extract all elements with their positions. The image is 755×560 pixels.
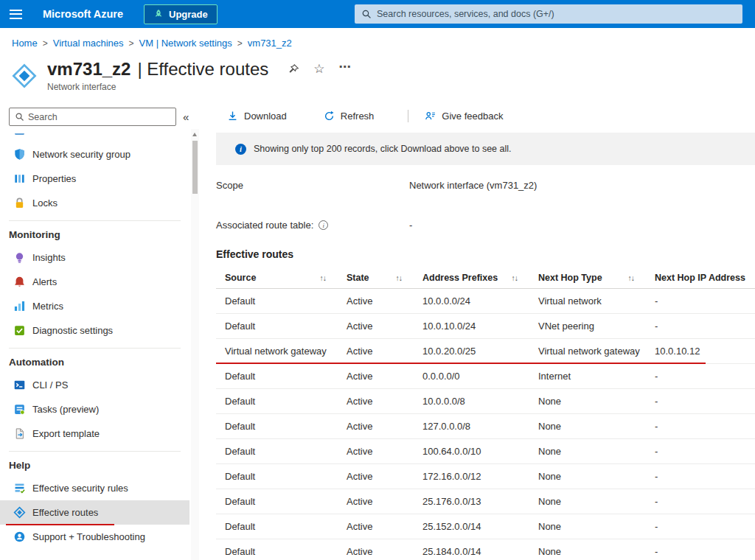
more-options-button[interactable]: ⋯ (339, 60, 352, 74)
cell-next-hop-ip-address: - (646, 446, 755, 457)
sidebar-scrollbar-thumb[interactable] (192, 141, 198, 194)
cli-icon (13, 379, 26, 391)
sort-icon[interactable]: ↑↓ (628, 273, 635, 282)
sidebar-item-export-template[interactable]: Export template (0, 421, 189, 446)
search-icon (15, 112, 24, 122)
sidebar-item-label: Locks (32, 197, 58, 209)
cell-next-hop-type: None (529, 396, 646, 407)
cell-next-hop-type: None (529, 471, 646, 482)
cell-state: Active (338, 346, 414, 357)
column-header-state[interactable]: State↑↓ (338, 273, 414, 283)
sidebar-item-label: Effective security rules (32, 483, 128, 494)
sidebar-item-alerts[interactable]: Alerts (0, 270, 189, 294)
column-header-label: Source (225, 273, 256, 283)
breadcrumb-link-vm-network-settings[interactable]: VM | Network settings (139, 38, 232, 49)
toolbar-divider (408, 110, 408, 122)
sidebar-item-label: Properties (32, 173, 76, 184)
breadcrumb-link-home[interactable]: Home (12, 38, 38, 49)
cell-address-prefixes: 0.0.0.0/0 (414, 371, 529, 382)
favorite-star-icon[interactable]: ☆ (313, 63, 324, 75)
sidebar-item-support-troubleshooting[interactable]: Support + Troubleshooting (0, 525, 189, 549)
diagnostics-icon (13, 324, 26, 337)
breadcrumb-link-vm731-z2[interactable]: vm731_z2 (248, 38, 292, 49)
sidebar-item-dns-servers[interactable]: DNS servers (0, 133, 189, 142)
cell-state: Active (338, 471, 414, 482)
table-row: DefaultActive25.176.0.0/13None- (216, 489, 755, 514)
cell-source: Default (216, 521, 338, 532)
sidebar-item-locks[interactable]: Locks (0, 191, 189, 215)
cell-address-prefixes: 100.64.0.0/10 (414, 446, 529, 457)
sidebar-search[interactable] (9, 108, 176, 126)
info-tooltip-icon[interactable]: i (319, 220, 328, 230)
sidebar-scrollbar[interactable] (191, 129, 199, 560)
cell-next-hop-type: None (529, 521, 646, 532)
column-header-source[interactable]: Source↑↓ (216, 273, 338, 283)
cell-state: Active (338, 446, 414, 457)
sidebar-item-properties[interactable]: Properties (0, 167, 189, 191)
table-header-row: Source↑↓State↑↓Address Prefixes↑↓Next Ho… (216, 267, 755, 289)
cell-state: Active (338, 295, 414, 307)
cell-source: Default (216, 295, 338, 307)
cell-next-hop-type: None (529, 446, 646, 457)
column-header-next-hop-type[interactable]: Next Hop Type↑↓ (529, 273, 646, 283)
sidebar-item-label: Export template (32, 428, 100, 439)
breadcrumb-link-virtual-machines[interactable]: Virtual machines (53, 38, 124, 49)
cell-address-prefixes: 25.152.0.0/14 (414, 521, 529, 532)
upgrade-button[interactable]: Upgrade (144, 4, 218, 24)
cell-address-prefixes: 10.0.10.0/24 (414, 321, 529, 332)
cell-source: Default (216, 446, 338, 457)
global-search[interactable] (355, 4, 742, 24)
cell-next-hop-ip-address: - (646, 496, 755, 507)
download-button[interactable]: Download (220, 106, 294, 126)
info-banner-text: Showing only top 200 records, click Down… (254, 144, 512, 154)
cell-next-hop-ip-address: - (646, 371, 755, 382)
sidebar-collapse-button[interactable]: « (183, 111, 189, 123)
cell-next-hop-type: Internet (529, 371, 646, 382)
cell-next-hop-ip-address: - (646, 396, 755, 407)
column-header-next-hop-ip-address[interactable]: Next Hop IP Address (646, 273, 755, 283)
global-search-input[interactable] (377, 9, 736, 19)
sidebar-item-insights[interactable]: Insights (0, 245, 189, 270)
sidebar-item-effective-routes[interactable]: Effective routes (0, 500, 189, 525)
sort-icon[interactable]: ↑↓ (396, 273, 403, 282)
sort-icon[interactable]: ↑↓ (512, 273, 518, 282)
column-header-address-prefixes[interactable]: Address Prefixes↑↓ (414, 273, 529, 283)
sidebar-item-label: Diagnostic settings (32, 325, 113, 336)
cell-next-hop-ip-address: 10.0.10.12 (646, 346, 755, 357)
cell-next-hop-type: None (529, 546, 646, 557)
sidebar-search-input[interactable] (28, 112, 170, 122)
column-header-label: Next Hop IP Address (655, 273, 745, 283)
breadcrumb-separator: > (129, 38, 134, 49)
sidebar-item-metrics[interactable]: Metrics (0, 294, 189, 318)
cell-address-prefixes: 10.0.0.0/24 (414, 295, 529, 307)
column-header-label: Next Hop Type (538, 273, 602, 283)
sort-icon[interactable]: ↑↓ (320, 273, 327, 282)
lock-icon (13, 197, 26, 209)
cell-address-prefixes: 10.0.20.0/25 (414, 346, 529, 357)
give-feedback-button[interactable]: Give feedback (417, 106, 510, 126)
sidebar-item-cli-ps[interactable]: CLI / PS (0, 373, 189, 397)
pin-icon[interactable] (288, 63, 299, 75)
sidebar-item-network-security-group[interactable]: Network security group (0, 142, 189, 167)
cell-next-hop-ip-address: - (646, 321, 755, 332)
sidebar-item-label: Network security group (32, 149, 131, 160)
brand-title[interactable]: Microsoft Azure (43, 8, 123, 20)
scroll-up-icon[interactable] (192, 133, 197, 136)
cell-source: Default (216, 421, 338, 432)
table-row: DefaultActive100.64.0.0/10None- (216, 439, 755, 464)
refresh-button[interactable]: Refresh (316, 106, 382, 126)
sidebar-item-effective-security-rules[interactable]: Effective security rules (0, 476, 189, 500)
sidebar-item-tasks-preview[interactable]: Tasks (preview) (0, 397, 189, 421)
sidebar-item-diagnostic-settings[interactable]: Diagnostic settings (0, 318, 189, 343)
cell-source: Virtual network gateway (216, 346, 338, 357)
breadcrumb-separator: > (237, 38, 243, 49)
resource-menu-sidebar: « DNS serversNetwork security groupPrope… (0, 99, 199, 560)
associated-route-table-label: Associated route table: (216, 220, 313, 231)
cell-state: Active (338, 421, 414, 432)
table-row: DefaultActive10.0.0.0/24Virtual network- (216, 289, 755, 314)
table-row: DefaultActive25.184.0.0/14None- (216, 539, 755, 560)
cell-state: Active (338, 496, 414, 507)
hamburger-menu-button[interactable] (0, 0, 31, 28)
give-feedback-label: Give feedback (442, 111, 503, 122)
cell-state: Active (338, 321, 414, 332)
